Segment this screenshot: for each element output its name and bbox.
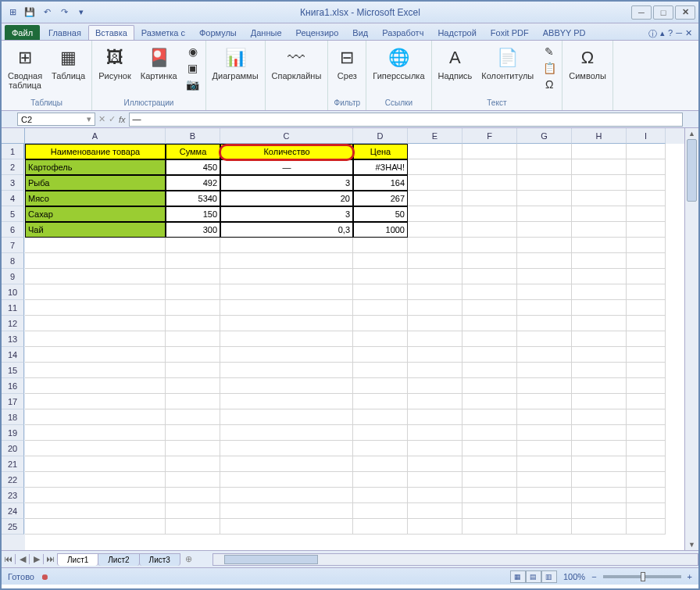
cell-F11[interactable]	[462, 300, 517, 316]
cell-B3[interactable]: 492	[166, 175, 220, 191]
cell-H8[interactable]	[572, 253, 627, 269]
cell-G10[interactable]	[517, 284, 572, 300]
row-header[interactable]: 18	[2, 409, 24, 425]
sheet-nav-next-icon[interactable]: ▶	[30, 554, 44, 564]
zoom-in-icon[interactable]: +	[688, 572, 692, 581]
ribbon-small-item[interactable]: ▣	[184, 60, 202, 76]
cell-B22[interactable]	[166, 472, 220, 488]
cell-C14[interactable]	[220, 347, 353, 363]
cell-B25[interactable]	[166, 519, 220, 535]
cancel-icon[interactable]: ✕	[98, 114, 105, 124]
ribbon-Спарклайны[interactable]: 〰Спарклайны	[269, 44, 325, 82]
tab-file[interactable]: Файл	[5, 25, 40, 40]
cell-G20[interactable]	[517, 441, 572, 456]
cell-H6[interactable]	[572, 222, 627, 238]
cell-G25[interactable]	[517, 519, 572, 535]
cell-G8[interactable]	[517, 253, 572, 269]
cell-C15[interactable]	[220, 363, 353, 378]
cell-A4[interactable]: Мясо	[25, 191, 166, 206]
cell-H3[interactable]	[572, 175, 627, 191]
cell-D24[interactable]	[353, 503, 408, 519]
sheet-nav-first-icon[interactable]: ⏮	[2, 554, 16, 564]
cell-H25[interactable]	[572, 519, 627, 535]
ribbon-Символы[interactable]: ΩСимволы	[566, 44, 609, 82]
cell-H16[interactable]	[572, 378, 627, 394]
cell-I13[interactable]	[627, 331, 666, 347]
cell-G23[interactable]	[517, 488, 572, 503]
row-header[interactable]: 14	[2, 347, 24, 363]
cell-I15[interactable]	[627, 363, 666, 378]
cell-G17[interactable]	[517, 394, 572, 409]
row-header[interactable]: 17	[2, 394, 24, 409]
cell-A6[interactable]: Чай	[25, 222, 166, 238]
row-header[interactable]: 8	[2, 253, 24, 269]
ribbon-Своднаятаблица[interactable]: ⊞Своднаятаблица	[5, 44, 45, 91]
view-pagebreak-icon[interactable]: ▥	[541, 570, 557, 583]
scroll-thumb[interactable]	[687, 139, 697, 202]
cell-F16[interactable]	[462, 378, 517, 394]
tab-Вставка[interactable]: Вставка	[88, 25, 134, 40]
cell-I22[interactable]	[627, 472, 666, 488]
cell-D8[interactable]	[353, 253, 408, 269]
zoom-out-icon[interactable]: −	[591, 572, 596, 581]
cell-E9[interactable]	[408, 269, 462, 284]
cell-G2[interactable]	[517, 159, 572, 175]
cell-B4[interactable]: 5340	[166, 191, 220, 206]
cell-I8[interactable]	[627, 253, 666, 269]
cell-D3[interactable]: 164	[353, 175, 408, 191]
cell-H23[interactable]	[572, 488, 627, 503]
col-header[interactable]: E	[408, 128, 462, 144]
cell-E20[interactable]	[408, 441, 462, 456]
cell-I7[interactable]	[627, 238, 666, 253]
horizontal-scrollbar[interactable]	[212, 553, 698, 566]
cell-B10[interactable]	[166, 284, 220, 300]
qat-more-icon[interactable]: ▾	[73, 5, 89, 20]
ribbon-Гиперссылка[interactable]: 🌐Гиперссылка	[370, 44, 427, 82]
ribbon-Картинка[interactable]: 🎴Картинка	[138, 44, 180, 82]
cell-G12[interactable]	[517, 316, 572, 331]
sheet-tab-Лист2[interactable]: Лист2	[98, 553, 139, 566]
cell-A20[interactable]	[25, 441, 166, 456]
cell-F1[interactable]	[462, 144, 517, 159]
cell-H12[interactable]	[572, 316, 627, 331]
cell-A24[interactable]	[25, 503, 166, 519]
cell-D23[interactable]	[353, 488, 408, 503]
tab-Foxit PDF[interactable]: Foxit PDF	[484, 25, 536, 40]
cell-A22[interactable]	[25, 472, 166, 488]
cell-G16[interactable]	[517, 378, 572, 394]
row-header[interactable]: 6	[2, 222, 24, 238]
cell-C20[interactable]	[220, 441, 353, 456]
cell-H15[interactable]	[572, 363, 627, 378]
row-header[interactable]: 2	[2, 159, 24, 175]
cell-D10[interactable]	[353, 284, 408, 300]
ribbon-small-item[interactable]: ◉	[184, 44, 202, 59]
cell-B1[interactable]: Сумма	[166, 144, 220, 159]
row-header[interactable]: 20	[2, 441, 24, 456]
cell-H2[interactable]	[572, 159, 627, 175]
cell-B14[interactable]	[166, 347, 220, 363]
cell-F15[interactable]	[462, 363, 517, 378]
cell-B23[interactable]	[166, 488, 220, 503]
cell-E2[interactable]	[408, 159, 462, 175]
cell-E24[interactable]	[408, 503, 462, 519]
row-header[interactable]: 5	[2, 206, 24, 222]
tab-Главная[interactable]: Главная	[41, 25, 88, 40]
cell-C5[interactable]: 3	[220, 206, 353, 222]
ribbon-Рисунок[interactable]: 🖼Рисунок	[95, 44, 134, 82]
cell-B13[interactable]	[166, 331, 220, 347]
cell-I2[interactable]	[627, 159, 666, 175]
cell-I10[interactable]	[627, 284, 666, 300]
cell-E15[interactable]	[408, 363, 462, 378]
cell-B19[interactable]	[166, 425, 220, 441]
cell-B21[interactable]	[166, 456, 220, 472]
cell-G4[interactable]	[517, 191, 572, 206]
cell-E17[interactable]	[408, 394, 462, 409]
cell-A15[interactable]	[25, 363, 166, 378]
cell-B6[interactable]: 300	[166, 222, 220, 238]
cell-B9[interactable]	[166, 269, 220, 284]
cell-C10[interactable]	[220, 284, 353, 300]
cell-F13[interactable]	[462, 331, 517, 347]
row-header[interactable]: 3	[2, 175, 24, 191]
tab-Надстрой[interactable]: Надстрой	[430, 25, 483, 40]
cell-A18[interactable]	[25, 409, 166, 425]
